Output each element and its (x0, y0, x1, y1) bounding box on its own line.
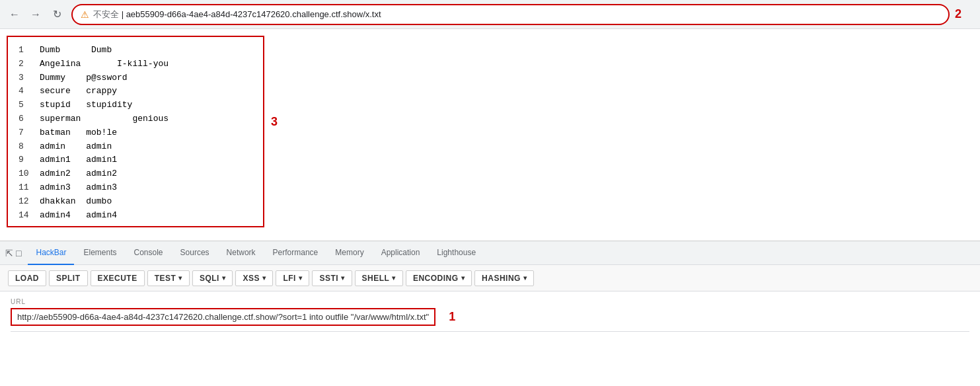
file-content-box: 1Dumb Dumb2Angelina I-kill-you3Dummy p@s… (7, 36, 264, 227)
file-line: 1Dumb Dumb (19, 44, 252, 58)
hackbar-shell-button[interactable]: SHELL (355, 270, 403, 286)
line-content: admin admin (40, 140, 112, 154)
devtools-tab-memory[interactable]: Memory (327, 241, 371, 265)
hackbar-encoding-button[interactable]: ENCODING (406, 270, 472, 286)
forward-button[interactable]: → (26, 5, 45, 24)
line-content: admin1 admin1 (40, 153, 117, 167)
devtools-panel: ⇱ □ HackBarElementsConsoleSourcesNetwork… (0, 241, 980, 338)
insecure-label: 不安全 (93, 9, 119, 19)
nav-buttons: ← → ↻ (5, 5, 66, 24)
hackbar-hashing-button[interactable]: HASHING (474, 270, 534, 286)
file-line: 11admin3 admin3 (19, 181, 252, 195)
hackbar-toolbar: LOADSPLITEXECUTETESTSQLIXSSLFISSTISHELLE… (0, 265, 980, 291)
file-line: 12dhakkan dumbo (19, 195, 252, 209)
devtools-icons: ⇱ □ (5, 248, 21, 258)
line-content: Angelina I-kill-you (40, 58, 169, 71)
line-number: 2 (19, 58, 34, 71)
reload-button[interactable]: ↻ (48, 5, 66, 24)
line-content: Dummy p@ssword (40, 71, 128, 85)
line-content: admin3 admin3 (40, 181, 117, 195)
warning-icon: ⚠ (81, 9, 89, 20)
line-content: admin4 admin4 (40, 209, 117, 223)
address-url: aeb55909-d66a-4ae4-a84d-4237c1472620.cha… (126, 9, 381, 19)
devtools-tab-network[interactable]: Network (219, 241, 264, 265)
line-number: 9 (19, 153, 34, 167)
hackbar-lfi-button[interactable]: LFI (276, 270, 309, 286)
line-content: Dumb Dumb (40, 44, 112, 58)
line-number: 11 (19, 181, 34, 195)
line-content: batman mob!le (40, 126, 117, 140)
line-number: 6 (19, 112, 34, 126)
hackbar-xss-button[interactable]: XSS (235, 270, 273, 286)
hackbar-split-button[interactable]: SPLIT (49, 270, 88, 286)
devtools-tab-performance[interactable]: Performance (265, 241, 326, 265)
devtools-tab-application[interactable]: Application (373, 241, 428, 265)
address-bar[interactable]: ⚠ 不安全 | aeb55909-d66a-4ae4-a84d-4237c147… (71, 4, 950, 25)
file-line: 7batman mob!le (19, 126, 252, 140)
url-underline (11, 331, 969, 332)
devtools-tab-lighthouse[interactable]: Lighthouse (429, 241, 484, 265)
hackbar-execute-button[interactable]: EXECUTE (91, 270, 145, 286)
line-number: 4 (19, 85, 34, 98)
line-number: 5 (19, 98, 34, 112)
line-content: dhakkan dumbo (40, 195, 112, 209)
address-bar-text: 不安全 | aeb55909-d66a-4ae4-a84d-4237c14726… (93, 9, 940, 20)
url-value-container: http://aeb55909-d66a-4ae4-a84d-4237c1472… (11, 308, 969, 326)
line-number: 7 (19, 126, 34, 140)
devtools-tab-sources[interactable]: Sources (172, 241, 217, 265)
devtools-tab-console[interactable]: Console (126, 241, 171, 265)
url-value[interactable]: http://aeb55909-d66a-4ae4-a84d-4237c1472… (11, 308, 435, 326)
line-number: 3 (19, 71, 34, 85)
annotation-3: 3 (271, 115, 278, 129)
cursor-icon[interactable]: ⇱ (5, 248, 13, 258)
url-label: URL (11, 298, 969, 305)
browser-toolbar: ← → ↻ ⚠ 不安全 | aeb55909-d66a-4ae4-a84d-42… (0, 0, 980, 29)
line-number: 10 (19, 167, 34, 181)
url-section: URL http://aeb55909-d66a-4ae4-a84d-4237c… (0, 291, 980, 338)
file-line: 14admin4 admin4 (19, 209, 252, 223)
annotation-1: 1 (449, 310, 455, 324)
file-line: 10admin2 admin2 (19, 167, 252, 181)
devtools-tab-elements[interactable]: Elements (75, 241, 124, 265)
file-line: 9admin1 admin1 (19, 153, 252, 167)
line-content: secure crappy (40, 85, 117, 98)
line-number: 14 (19, 209, 34, 223)
line-number: 1 (19, 44, 34, 58)
inspect-icon[interactable]: □ (16, 248, 21, 258)
back-button[interactable]: ← (5, 5, 24, 24)
annotation-2: 2 (955, 7, 975, 21)
line-content: admin2 admin2 (40, 167, 117, 181)
file-line: 5stupid stupidity (19, 98, 252, 112)
line-number: 12 (19, 195, 34, 209)
line-number: 8 (19, 140, 34, 154)
line-content: superman genious (40, 112, 169, 126)
line-content: stupid stupidity (40, 98, 132, 112)
hackbar-ssti-button[interactable]: SSTI (312, 270, 352, 286)
devtools-tabs: ⇱ □ HackBarElementsConsoleSourcesNetwork… (0, 241, 980, 265)
file-line: 3Dummy p@ssword (19, 71, 252, 85)
hackbar-load-button[interactable]: LOAD (8, 270, 46, 286)
file-line: 2Angelina I-kill-you (19, 58, 252, 71)
file-line: 8admin admin (19, 140, 252, 154)
file-line: 6superman genious (19, 112, 252, 126)
address-separator: | (122, 9, 126, 19)
hackbar-sqli-button[interactable]: SQLI (192, 270, 233, 286)
main-content: 1Dumb Dumb2Angelina I-kill-you3Dummy p@s… (0, 29, 980, 241)
hackbar-test-button[interactable]: TEST (147, 270, 190, 286)
file-line: 4secure crappy (19, 85, 252, 98)
devtools-tab-hackbar[interactable]: HackBar (28, 241, 74, 265)
